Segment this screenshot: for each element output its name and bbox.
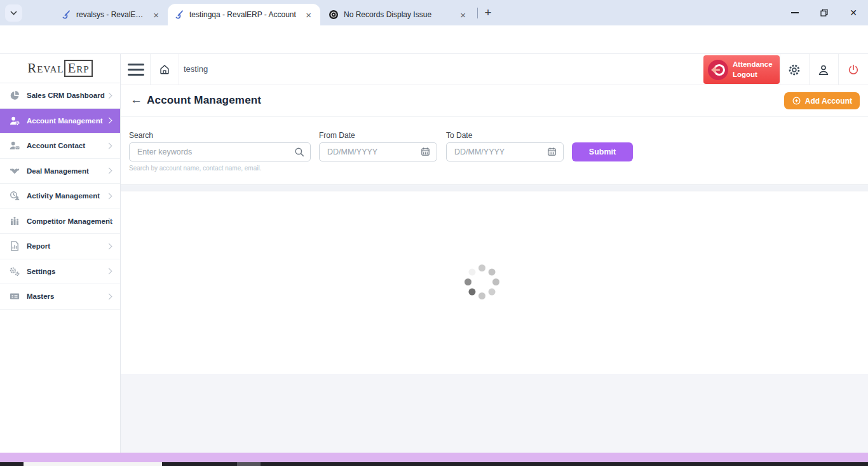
minimize-icon bbox=[791, 12, 799, 13]
sidebar-item-label: Report bbox=[27, 242, 50, 250]
separator bbox=[809, 54, 810, 85]
report-chart-icon bbox=[8, 240, 20, 252]
chevron-right-icon bbox=[106, 118, 112, 124]
window-restore-button[interactable] bbox=[810, 0, 839, 25]
gear-icon bbox=[787, 63, 801, 77]
target-icon bbox=[329, 10, 339, 20]
user-gear-icon bbox=[8, 114, 20, 127]
breadcrumb: testing bbox=[184, 64, 208, 74]
sidebar: RevalErp Sales CRM Dashboard Account Man… bbox=[0, 54, 121, 453]
sidebar-item-competitor-management[interactable]: Competitor Management bbox=[0, 209, 120, 235]
revalerp-logo: RevalErp bbox=[0, 54, 120, 83]
sidebar-item-account-contact[interactable]: Account Contact bbox=[0, 134, 120, 159]
people-bars-icon bbox=[8, 215, 20, 227]
tab-separator bbox=[477, 8, 478, 18]
from-date-field-wrap bbox=[319, 142, 437, 161]
chevron-right-icon bbox=[106, 168, 112, 174]
attendance-clock-icon bbox=[707, 59, 729, 81]
sidebar-item-label: Sales CRM Dashboard bbox=[27, 92, 105, 99]
new-tab-button[interactable]: + bbox=[480, 5, 496, 20]
search-field-wrap bbox=[129, 142, 311, 161]
tab-close-icon[interactable]: × bbox=[458, 10, 468, 20]
search-input[interactable] bbox=[129, 142, 311, 161]
pie-chart-icon bbox=[8, 90, 20, 102]
plus-circle-icon bbox=[792, 96, 801, 106]
page-back-button[interactable]: ← bbox=[130, 93, 142, 107]
sidebar-item-label: Deal Management bbox=[27, 167, 89, 175]
tab-revalsys[interactable]: revalsys - RevalERP - Add Searc × bbox=[55, 4, 168, 25]
tab-no-records[interactable]: No Records Display Issue × bbox=[322, 4, 475, 25]
taskbar-segment bbox=[24, 462, 162, 466]
user-clock-icon bbox=[8, 190, 20, 202]
gears-icon bbox=[8, 265, 20, 277]
revalsys-logo-icon bbox=[174, 10, 184, 20]
sidebar-item-label: Activity Management bbox=[27, 192, 100, 200]
user-mail-icon bbox=[8, 140, 20, 152]
sidebar-item-label: Account Management bbox=[27, 117, 103, 125]
tab-title: No Records Display Issue bbox=[344, 10, 452, 19]
separator bbox=[780, 54, 780, 85]
add-account-button[interactable]: Add Account bbox=[784, 92, 860, 109]
chevron-right-icon bbox=[106, 142, 112, 149]
sidebar-item-account-management[interactable]: Account Management bbox=[0, 109, 120, 134]
revalsys-logo-icon bbox=[61, 10, 71, 20]
sidebar-item-sales-crm-dashboard[interactable]: Sales CRM Dashboard bbox=[0, 83, 120, 109]
separator bbox=[838, 54, 839, 85]
sidebar-item-label: Settings bbox=[27, 268, 55, 275]
chevron-right-icon bbox=[106, 293, 112, 299]
sidebar-item-label: Masters bbox=[27, 292, 54, 300]
app-header-bar: testing Attendance Logout bbox=[121, 54, 868, 85]
submit-button[interactable]: Submit bbox=[572, 142, 633, 161]
sidebar-item-settings[interactable]: Settings bbox=[0, 259, 120, 285]
home-icon bbox=[159, 64, 170, 75]
loading-spinner bbox=[464, 264, 499, 299]
sidebar-item-report[interactable]: Report bbox=[0, 234, 120, 259]
attendance-logout-button[interactable]: Attendance Logout bbox=[703, 55, 780, 84]
tab-title: revalsys - RevalERP - Add Searc bbox=[76, 10, 146, 19]
browser-titlebar: revalsys - RevalERP - Add Searc × testin… bbox=[0, 0, 868, 25]
to-date-field-wrap bbox=[446, 142, 564, 161]
attendance-label: Attendance Logout bbox=[733, 60, 773, 79]
logo-part2: Erp bbox=[64, 60, 92, 76]
tab-search-button[interactable] bbox=[5, 4, 22, 22]
logo-part1: Reval bbox=[27, 60, 64, 76]
results-area bbox=[121, 191, 868, 374]
person-icon bbox=[817, 64, 830, 76]
window-close-button[interactable]: ✕ bbox=[839, 0, 868, 25]
window-minimize-button[interactable] bbox=[780, 0, 810, 25]
from-date-label: From Date bbox=[319, 131, 355, 140]
page-background-lower bbox=[121, 374, 868, 453]
sidebar-item-label: Competitor Management bbox=[27, 217, 112, 225]
handshake-icon bbox=[8, 165, 20, 177]
separator bbox=[179, 54, 179, 85]
tab-close-icon[interactable]: × bbox=[303, 10, 314, 20]
power-icon bbox=[847, 64, 860, 76]
section-divider-band bbox=[121, 184, 868, 191]
to-date-input[interactable] bbox=[446, 142, 564, 161]
bottom-purple-scrollbar[interactable] bbox=[0, 453, 868, 462]
tab-close-icon[interactable]: × bbox=[151, 10, 161, 20]
cash-card-icon bbox=[8, 291, 20, 303]
chevron-down-icon bbox=[10, 11, 17, 15]
sidebar-item-deal-management[interactable]: Deal Management bbox=[0, 159, 120, 184]
user-profile-button[interactable] bbox=[815, 62, 832, 78]
page-title: Account Management bbox=[147, 94, 261, 107]
to-date-label: To Date bbox=[446, 131, 472, 140]
sidebar-item-activity-management[interactable]: Activity Management bbox=[0, 184, 120, 209]
chevron-right-icon bbox=[106, 193, 112, 199]
settings-gear-button[interactable] bbox=[786, 62, 803, 78]
power-logout-button[interactable] bbox=[845, 62, 862, 78]
taskbar-segment bbox=[237, 462, 261, 466]
tab-testingqa-active[interactable]: testingqa - RevalERP - Account × bbox=[168, 4, 320, 25]
hamburger-menu-icon[interactable] bbox=[128, 64, 144, 76]
app-home-button[interactable] bbox=[159, 64, 170, 75]
separator bbox=[150, 54, 151, 85]
from-date-input[interactable] bbox=[319, 142, 437, 161]
restore-icon bbox=[820, 9, 828, 17]
chevron-right-icon bbox=[106, 243, 112, 249]
chevron-right-icon bbox=[106, 92, 112, 99]
sidebar-item-masters[interactable]: Masters bbox=[0, 284, 120, 310]
taskbar-edge bbox=[0, 462, 868, 466]
add-account-label: Add Account bbox=[805, 97, 852, 106]
filter-panel: Search Search by account name, contact n… bbox=[121, 116, 868, 184]
